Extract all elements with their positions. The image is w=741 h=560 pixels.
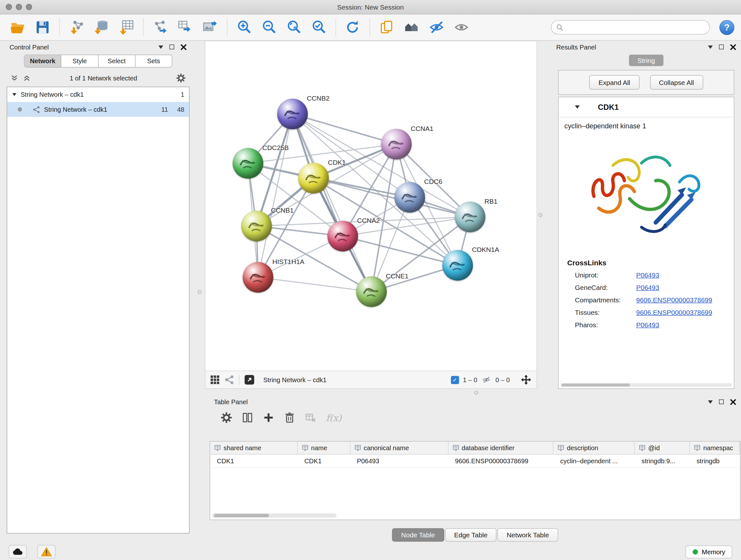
network-edge[interactable] [258, 114, 293, 277]
tab-string[interactable]: String [629, 55, 664, 66]
network-view[interactable]: CCNB2CCNA1CDC25BCDK1CDC6RB1CCNB1CCNA2CDK… [205, 41, 537, 371]
network-node-cdkn1a[interactable] [442, 250, 473, 281]
collapse-all-button[interactable]: Collapse All [650, 75, 703, 90]
table-cell[interactable]: P06493 [350, 455, 448, 468]
right-splitter-handle[interactable] [539, 213, 542, 217]
import-network-from-database-button[interactable] [91, 16, 113, 38]
panel-close-icon[interactable] [730, 399, 737, 405]
hide-selected-button[interactable] [426, 16, 448, 38]
tab-edge-table[interactable]: Edge Table [445, 528, 496, 542]
gene-header-row[interactable]: CDK1 [559, 98, 734, 118]
results-hscrollbar[interactable] [561, 383, 732, 387]
table-hscrollbar[interactable] [212, 513, 337, 518]
crosslink-link[interactable]: P06493 [636, 321, 659, 328]
network-node-hist1h1a[interactable] [243, 262, 273, 293]
zoom-in-button[interactable] [233, 16, 255, 38]
detach-view-icon[interactable] [244, 374, 255, 385]
network-node-cdk1[interactable] [298, 163, 329, 193]
expand-all-icon[interactable] [10, 75, 18, 81]
column-header-name[interactable]: name [298, 442, 350, 454]
memory-button[interactable]: Memory [685, 545, 732, 558]
gene-expander-icon[interactable] [575, 105, 580, 109]
export-image-button[interactable] [199, 16, 221, 38]
zoom-selected-button[interactable] [308, 16, 330, 38]
table-cell[interactable]: stringdb:9... [635, 455, 690, 468]
network-node-ccnb1[interactable] [241, 211, 272, 241]
column-header-shared-name[interactable]: shared name [210, 442, 298, 454]
gear-icon[interactable] [176, 73, 186, 83]
horizontal-splitter-handle[interactable] [475, 391, 478, 395]
panel-close-icon[interactable] [730, 44, 737, 50]
hidden-eye-icon[interactable] [481, 375, 491, 384]
network-node-ccna1[interactable] [381, 129, 412, 160]
search-input[interactable] [566, 23, 705, 31]
network-edge[interactable] [258, 277, 372, 292]
nodes-checkbox[interactable]: ✓ [451, 376, 459, 384]
network-node-ccne1[interactable] [356, 276, 387, 307]
expand-all-button[interactable]: Expand All [590, 75, 639, 90]
copy-document-button[interactable] [376, 16, 398, 38]
table-settings-gear-icon[interactable] [221, 412, 232, 423]
table-row[interactable]: CDK1CDK1P064939606.ENSP00000378699cyclin… [210, 455, 740, 468]
table-cell[interactable]: stringdb [690, 455, 740, 468]
collapse-all-icon[interactable] [23, 75, 30, 81]
tab-sets[interactable]: Sets [135, 55, 172, 67]
crosslink-link[interactable]: P06493 [636, 284, 659, 291]
tab-node-table[interactable]: Node Table [392, 528, 444, 542]
panel-menu-icon[interactable] [158, 45, 163, 49]
add-column-icon[interactable] [263, 412, 274, 423]
pan-crosshair-icon[interactable] [521, 374, 532, 386]
crosslink-link[interactable]: 9606.ENSP00000378699 [636, 296, 712, 304]
zoom-out-button[interactable] [258, 16, 280, 38]
refresh-view-button[interactable] [342, 16, 364, 38]
clone-network-button[interactable] [174, 16, 196, 38]
tab-network[interactable]: Network [24, 55, 62, 67]
crosslink-link[interactable]: 9606.ENSP00000378699 [636, 308, 712, 316]
import-network-from-file-button[interactable] [66, 16, 88, 38]
grid-view-icon[interactable] [210, 375, 220, 385]
network-node-ccna2[interactable] [327, 221, 358, 252]
panel-menu-icon[interactable] [708, 400, 713, 403]
share-view-icon[interactable] [225, 375, 234, 385]
network-row[interactable]: String Network – cdk1 11 48 [7, 102, 189, 117]
panel-float-icon[interactable] [719, 399, 724, 404]
tab-network-table[interactable]: Network Table [497, 528, 558, 542]
column-header-database-identifier[interactable]: database identifier [448, 442, 554, 454]
network-node-rb1[interactable] [455, 202, 485, 233]
import-table-from-file-button[interactable] [116, 16, 138, 38]
select-columns-icon[interactable] [242, 412, 253, 423]
window-minimize-button[interactable] [16, 4, 22, 10]
network-node-ccnb2[interactable] [277, 99, 308, 129]
save-session-button[interactable] [31, 16, 54, 38]
open-session-button[interactable] [7, 16, 29, 38]
panel-float-icon[interactable] [719, 45, 724, 50]
column-header-canonical-name[interactable]: canonical name [350, 442, 448, 454]
table-cell[interactable]: cyclin–dependent ... [554, 455, 635, 468]
column-header-namespac[interactable]: namespac [690, 442, 740, 454]
show-all-button[interactable] [451, 16, 473, 38]
delete-column-icon[interactable] [284, 412, 295, 423]
column-header--id[interactable]: @id [635, 442, 690, 454]
home-button[interactable] [401, 16, 423, 38]
collection-expander-icon[interactable] [12, 93, 17, 96]
table-cell[interactable]: 9606.ENSP00000378699 [448, 455, 554, 468]
tab-select[interactable]: Select [98, 55, 135, 67]
panel-close-icon[interactable] [181, 44, 187, 50]
table-cell[interactable]: CDK1 [298, 455, 350, 468]
network-collection-row[interactable]: String Network – cdk1 1 [7, 87, 189, 102]
table-cell[interactable]: CDK1 [210, 455, 298, 468]
cloud-status-button[interactable] [9, 545, 27, 558]
crosslink-link[interactable]: P06493 [636, 271, 659, 279]
column-header-description[interactable]: description [554, 442, 635, 454]
network-node-cdc25b[interactable] [232, 148, 263, 179]
new-network-from-selection-button[interactable] [149, 16, 172, 38]
help-button[interactable]: ? [720, 20, 735, 35]
window-close-button[interactable] [6, 4, 12, 10]
window-maximize-button[interactable] [26, 4, 32, 10]
panel-float-icon[interactable] [170, 45, 174, 50]
network-node-cdc6[interactable] [394, 182, 425, 212]
left-splitter-handle[interactable] [198, 290, 202, 294]
warnings-button[interactable] [37, 545, 56, 558]
panel-menu-icon[interactable] [708, 45, 713, 49]
zoom-fit-button[interactable] [283, 16, 305, 38]
